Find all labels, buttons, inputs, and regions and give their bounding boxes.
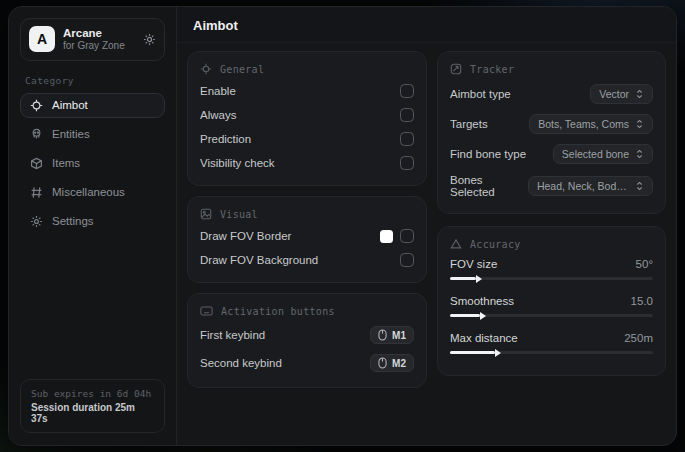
setting-label: First keybind (200, 329, 265, 341)
setting-label: Smoothness (450, 295, 514, 307)
page-title: Aimbot (177, 7, 676, 43)
radar-icon (450, 63, 462, 75)
slider-row: Max distance 250m (450, 328, 653, 365)
crosshair-icon (30, 99, 43, 112)
slider-value: 50° (636, 258, 653, 270)
setting-label: Prediction (200, 133, 251, 145)
sidebar-item-label: Aimbot (52, 99, 88, 111)
keybind-value: M2 (392, 358, 406, 369)
keybind-value: M1 (392, 330, 406, 341)
setting-row: Always (200, 103, 414, 127)
draw-fov-background-checkbox[interactable] (400, 253, 414, 267)
prediction-checkbox[interactable] (400, 132, 414, 146)
dropdown-value: Bots, Teams, Coms (538, 118, 629, 130)
dropdown-value: Vector (599, 88, 629, 100)
enable-checkbox[interactable] (400, 84, 414, 98)
setting-row: Draw FOV Background (200, 248, 414, 272)
slider-value: 15.0 (631, 295, 653, 307)
sidebar-item-items[interactable]: Items (20, 151, 165, 176)
chevron-updown-icon (635, 119, 644, 129)
card-title: Accuracy (470, 239, 521, 250)
setting-row: Find bone type Selected bone (450, 139, 653, 169)
card-title: Visual (220, 209, 258, 220)
dropdown-value: Head, Neck, Body, Pe.. (537, 180, 629, 192)
aimbot-type-dropdown[interactable]: Vector (590, 84, 653, 104)
brand-logo: A (29, 26, 55, 52)
settings-gear-icon[interactable] (143, 33, 156, 46)
setting-label: Bones Selected (450, 174, 520, 198)
setting-label: Find bone type (450, 148, 526, 160)
accuracy-card: Accuracy FOV size 50° Smoothness (437, 226, 666, 376)
setting-label: Second keybind (200, 357, 282, 369)
fov-size-slider[interactable] (450, 277, 653, 280)
slider-row: Smoothness 15.0 (450, 291, 653, 328)
visibility-check-checkbox[interactable] (400, 156, 414, 170)
left-column: General Enable Always Prediction (187, 51, 427, 388)
setting-label: Targets (450, 118, 488, 130)
keyboard-icon (200, 305, 213, 317)
smoothness-slider[interactable] (450, 314, 653, 317)
mouse-icon (378, 329, 387, 341)
find-bone-type-dropdown[interactable]: Selected bone (553, 144, 653, 164)
sidebar-item-miscellaneous[interactable]: Miscellaneous (20, 180, 165, 205)
sidebar-item-label: Items (52, 157, 80, 169)
setting-label: FOV size (450, 258, 497, 270)
chevron-updown-icon (635, 149, 644, 159)
sidebar-nav: Aimbot Entities Items (20, 93, 165, 234)
cards-grid: General Enable Always Prediction (177, 43, 676, 396)
setting-row: Aimbot type Vector (450, 79, 653, 109)
max-distance-slider[interactable] (450, 351, 653, 354)
gear-icon (30, 215, 43, 228)
sidebar-item-entities[interactable]: Entities (20, 122, 165, 147)
bones-selected-dropdown[interactable]: Head, Neck, Body, Pe.. (528, 176, 653, 196)
grid-icon (30, 186, 43, 199)
sidebar-item-label: Entities (52, 128, 90, 140)
subscription-info-card: Sub expires in 6d 04h Session duration 2… (20, 379, 165, 433)
setting-row: Bones Selected Head, Neck, Body, Pe.. (450, 169, 653, 203)
setting-row: First keybind M1 (200, 321, 414, 349)
activation-buttons-card: Activation buttons First keybind M1 (187, 293, 427, 388)
category-label: Category (25, 75, 160, 86)
sidebar: A Arcane for Gray Zone Category (9, 7, 177, 445)
first-keybind-button[interactable]: M1 (370, 326, 414, 344)
second-keybind-button[interactable]: M2 (370, 354, 414, 372)
slider-fill[interactable] (450, 277, 476, 280)
brand-name: Arcane (63, 26, 125, 40)
setting-label: Always (200, 109, 236, 121)
visual-card: Visual Draw FOV Border Draw FOV Backgrou… (187, 196, 427, 283)
setting-row: Enable (200, 79, 414, 103)
brand-text: Arcane for Gray Zone (63, 26, 125, 53)
menu-window: A Arcane for Gray Zone Category (8, 6, 677, 446)
sidebar-item-label: Settings (52, 215, 94, 227)
sidebar-item-label: Miscellaneous (52, 186, 125, 198)
always-checkbox[interactable] (400, 108, 414, 122)
targets-dropdown[interactable]: Bots, Teams, Coms (529, 114, 653, 134)
sidebar-item-settings[interactable]: Settings (20, 209, 165, 234)
fov-border-color-swatch[interactable] (380, 230, 393, 243)
slider-row: FOV size 50° (450, 254, 653, 291)
slider-fill[interactable] (450, 351, 495, 354)
brand-subtitle: for Gray Zone (63, 40, 125, 53)
brand-card: A Arcane for Gray Zone (20, 18, 165, 61)
mouse-icon (378, 357, 387, 369)
setting-row: Targets Bots, Teams, Coms (450, 109, 653, 139)
setting-label: Enable (200, 85, 236, 97)
entities-icon (30, 128, 43, 141)
draw-fov-border-checkbox[interactable] (400, 229, 414, 243)
dropdown-value: Selected bone (562, 148, 629, 160)
setting-label: Draw FOV Background (200, 254, 318, 266)
slider-fill[interactable] (450, 314, 480, 317)
setting-label: Draw FOV Border (200, 230, 291, 242)
general-card: General Enable Always Prediction (187, 51, 427, 186)
sub-expiry-text: Sub expires in 6d 04h (31, 388, 154, 399)
image-icon (200, 208, 212, 220)
setting-row: Second keybind M2 (200, 349, 414, 377)
setting-label: Aimbot type (450, 88, 511, 100)
main-content: Aimbot General Enable (177, 7, 676, 445)
sidebar-item-aimbot[interactable]: Aimbot (20, 93, 165, 118)
setting-row: Visibility check (200, 151, 414, 175)
setting-row: Prediction (200, 127, 414, 151)
setting-label: Max distance (450, 332, 518, 344)
slider-value: 250m (624, 332, 653, 344)
card-title: General (220, 64, 264, 75)
